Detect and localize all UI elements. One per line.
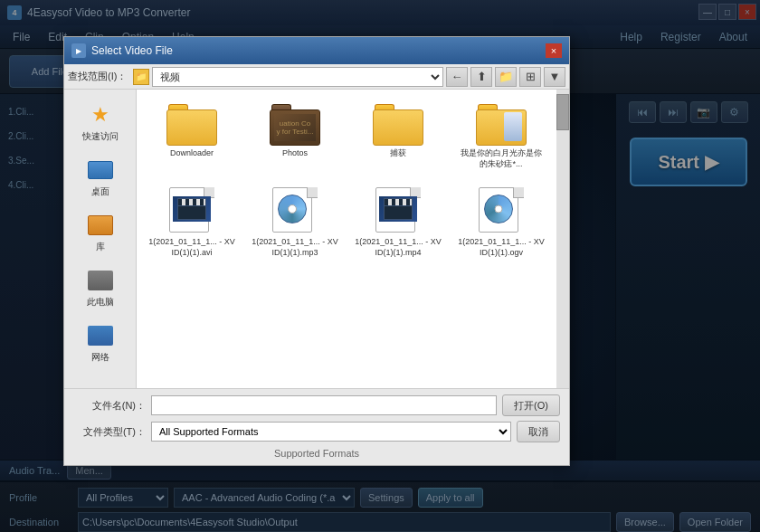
- video-file-icon-3: [375, 187, 421, 234]
- up-button[interactable]: ⬆: [470, 67, 492, 87]
- file-item-longname[interactable]: 我是你的白月光亦是你的朱砂痣*...: [453, 97, 549, 175]
- location-label: 查找范围(I)：: [68, 70, 127, 83]
- file-name-longname: 我是你的白月光亦是你的朱砂痣*...: [457, 148, 546, 169]
- folder-icon-small: 📁: [133, 69, 149, 85]
- quick-access-label: 快速访问: [82, 130, 119, 143]
- folder-icon-photos: uation Coy for Testi...: [270, 102, 320, 146]
- select-file-dialog: ▶ Select Video File × 查找范围(I)： 📁 视频 ← ⬆ …: [63, 36, 570, 466]
- network-shape: [88, 326, 113, 346]
- dialog-body: 快速访问 桌面 库: [64, 90, 569, 388]
- file-item-video3[interactable]: 1(2021_01_11_1... - XVID(1)(1).mp4: [350, 182, 446, 263]
- folder-content-label: uation Coy for Testi...: [277, 119, 314, 136]
- network-label: 网络: [91, 351, 109, 364]
- book-decoration: [504, 112, 522, 141]
- clapboard-top-1: [178, 199, 205, 206]
- disc-hole-2: [288, 204, 297, 214]
- video-file-icon-2: [272, 187, 318, 234]
- nav-quick-access[interactable]: 快速访问: [68, 97, 132, 148]
- app-window: 4 4Easysof Video to MP3 Converter — □ × …: [0, 0, 760, 532]
- file-grid: Downloader uation Coy for Testi...: [144, 97, 562, 264]
- supported-formats-label: Supported Formats: [274, 445, 359, 461]
- nav-network[interactable]: 网络: [68, 318, 132, 369]
- dialog-title-bar: ▶ Select Video File ×: [64, 37, 569, 64]
- dialog-toolbar: 查找范围(I)： 📁 视频 ← ⬆ 📁 ⊞ ▼: [64, 64, 569, 90]
- file-item-downloader[interactable]: Downloader: [144, 97, 240, 175]
- desktop-shape: [88, 161, 113, 179]
- file-fold-2: [307, 187, 318, 198]
- network-icon: [86, 323, 115, 348]
- view-dropdown-button[interactable]: ▼: [544, 67, 565, 87]
- cancel-button[interactable]: 取消: [517, 421, 560, 442]
- disc-file-icon-4: [479, 187, 524, 234]
- library-label: 库: [96, 241, 105, 253]
- scrollbar-thumb[interactable]: [556, 94, 569, 130]
- file-name-disc: 1(2021_01_11_1... - XVID(1)(1).ogv: [457, 237, 546, 258]
- open-button[interactable]: 打开(O): [502, 394, 560, 416]
- nav-computer[interactable]: 此电脑: [68, 262, 132, 314]
- file-video-preview-3: [379, 196, 417, 222]
- file-area: Downloader uation Coy for Testi...: [137, 90, 569, 388]
- file-name-photos: Photos: [282, 148, 308, 159]
- folder-body: [166, 109, 217, 146]
- desktop-label: 桌面: [91, 185, 109, 198]
- computer-label: 此电脑: [87, 296, 114, 309]
- file-item-video2[interactable]: 1(2021_01_11_1... - XVID(1)(1).mp3: [247, 182, 343, 263]
- desktop-icon: [86, 157, 115, 183]
- filename-input[interactable]: [151, 395, 497, 415]
- file-name-downloader: Downloader: [170, 148, 214, 159]
- supported-formats-row: Supported Formats: [73, 447, 560, 460]
- filename-row: 文件名(N)： 打开(O): [73, 394, 560, 416]
- filetype-row: 文件类型(T)： All Supported Formats 取消: [73, 421, 560, 442]
- star-icon: [91, 103, 109, 127]
- folder-body-capture: [373, 109, 423, 146]
- folder-icon-capture: [373, 102, 423, 146]
- back-button[interactable]: ←: [446, 67, 468, 87]
- file-item-capture[interactable]: 捕获: [350, 97, 446, 175]
- file-video-preview-1: [173, 196, 211, 222]
- quick-access-icon: [86, 102, 115, 128]
- clapboard-top-3: [385, 199, 412, 206]
- computer-icon: [86, 268, 115, 293]
- new-folder-button[interactable]: 📁: [495, 67, 517, 87]
- clapboard-3: [384, 198, 413, 220]
- filetype-label: 文件类型(T)：: [73, 425, 146, 439]
- folder-body-photos: uation Coy for Testi...: [270, 109, 320, 146]
- file-name-video3: 1(2021_01_11_1... - XVID(1)(1).mp4: [354, 237, 442, 258]
- nav-desktop[interactable]: 桌面: [68, 152, 132, 204]
- library-shape: [88, 215, 113, 235]
- file-item-photos[interactable]: uation Coy for Testi... Photos: [247, 97, 343, 175]
- disc-hole-4: [495, 205, 503, 214]
- dialog-icon: ▶: [71, 43, 86, 58]
- file-name-capture: 捕获: [390, 148, 406, 159]
- library-icon: [86, 213, 115, 238]
- folder-icon-downloader: [166, 102, 217, 146]
- scrollbar[interactable]: [556, 90, 569, 388]
- file-item-video1[interactable]: 1(2021_01_11_1... - XVID(1)(1).avi: [144, 182, 240, 263]
- dialog-bottom: 文件名(N)： 打开(O) 文件类型(T)： All Supported For…: [64, 388, 569, 465]
- computer-shape: [88, 271, 113, 290]
- location-select[interactable]: 视频: [152, 67, 443, 87]
- file-item-disc[interactable]: 1(2021_01_11_1... - XVID(1)(1).ogv: [453, 182, 549, 263]
- file-name-video2: 1(2021_01_11_1... - XVID(1)(1).mp3: [251, 237, 339, 258]
- dialog-overlay: ▶ Select Video File × 查找范围(I)： 📁 视频 ← ⬆ …: [0, 0, 760, 532]
- nav-library[interactable]: 库: [68, 207, 132, 259]
- filetype-select[interactable]: All Supported Formats: [151, 422, 511, 442]
- filename-label: 文件名(N)：: [73, 399, 146, 413]
- file-fold-4: [513, 187, 524, 198]
- video-file-icon-1: [169, 187, 214, 234]
- file-name-video1: 1(2021_01_11_1... - XVID(1)(1).avi: [147, 237, 236, 258]
- view-button[interactable]: ⊞: [519, 67, 541, 87]
- dialog-close-button[interactable]: ×: [546, 43, 562, 58]
- clapboard-1: [177, 198, 206, 220]
- dialog-sidebar: 快速访问 桌面 库: [64, 90, 137, 388]
- dialog-title-text: Select Video File: [91, 44, 173, 57]
- folder-icon-longname: [476, 102, 527, 146]
- folder-body-longname: [476, 109, 527, 146]
